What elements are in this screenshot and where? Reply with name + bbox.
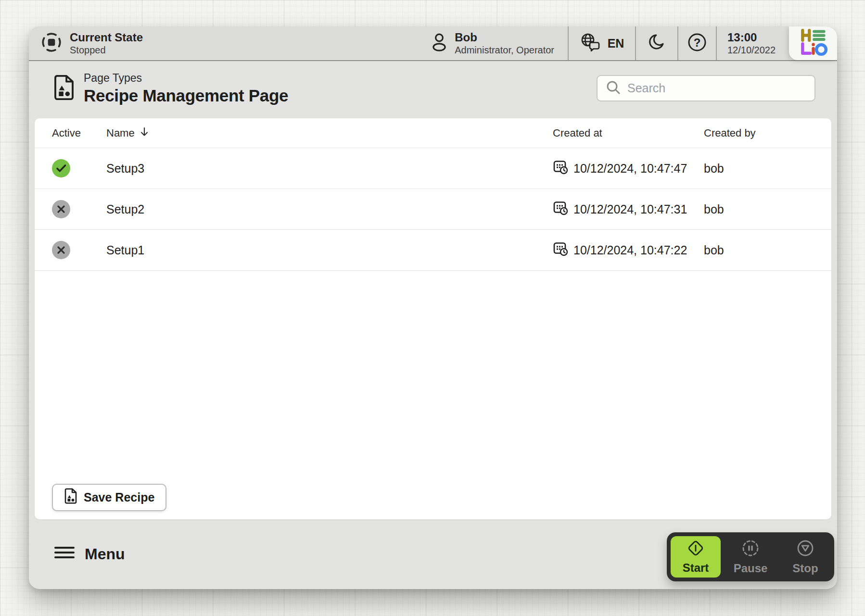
language-button[interactable]: EN [568, 26, 635, 60]
column-header-created-by[interactable]: Created by [704, 127, 831, 139]
active-status-toggle[interactable] [52, 200, 70, 218]
calendar-clock-icon [553, 241, 568, 259]
bottom-bar: Menu Start [29, 519, 837, 589]
stop-icon [796, 539, 815, 559]
created-by-value: bob [704, 243, 831, 257]
stopped-state-icon [40, 31, 63, 55]
brand-logo [789, 26, 837, 60]
pause-icon [741, 539, 760, 559]
user-name: Bob [455, 31, 554, 44]
user-icon [431, 33, 448, 54]
machine-state-indicator: Current State Stopped [29, 26, 143, 60]
help-icon: ? [687, 32, 707, 54]
save-recipe-icon [64, 488, 77, 507]
language-globe-icon [580, 32, 602, 54]
menu-button[interactable]: Menu [54, 545, 125, 564]
hamburger-icon [54, 545, 75, 564]
clock-display: 13:00 12/10/2022 [716, 26, 789, 60]
table-row[interactable]: Setup3 10/12/2024, 10:47:47 bob [35, 148, 831, 189]
created-by-value: bob [704, 162, 831, 176]
help-button[interactable]: ? [677, 26, 716, 60]
app-window: Current State Stopped Bob Administrator,… [29, 26, 837, 589]
calendar-clock-icon [553, 200, 568, 218]
search-box[interactable] [597, 75, 815, 101]
active-status-toggle[interactable] [52, 241, 70, 259]
created-at-value: 10/12/2024, 10:47:31 [573, 202, 687, 216]
stop-button[interactable]: Stop [780, 536, 830, 578]
column-header-name[interactable]: Name [106, 126, 553, 140]
language-code: EN [608, 37, 624, 50]
time-value: 13:00 [727, 31, 757, 44]
calendar-clock-icon [553, 159, 568, 177]
column-header-created-at[interactable]: Created at [553, 127, 704, 139]
machine-controls-panel: Start Pause [667, 532, 834, 581]
created-at-value: 10/12/2024, 10:47:22 [573, 243, 687, 257]
recipe-name: Setup3 [106, 162, 553, 176]
recipe-name: Setup1 [106, 243, 553, 257]
page-header: Page Types Recipe Management Page [29, 61, 837, 118]
created-at-value: 10/12/2024, 10:47:47 [573, 162, 687, 176]
recipe-table-card: Active Name Created at Created by [35, 118, 831, 519]
search-icon [606, 80, 621, 97]
start-icon [687, 539, 705, 559]
pause-button[interactable]: Pause [725, 536, 776, 578]
top-bar: Current State Stopped Bob Administrator,… [29, 26, 837, 61]
date-value: 12/10/2022 [727, 44, 776, 56]
search-input[interactable] [627, 81, 806, 95]
page-type-icon [53, 75, 75, 102]
sort-descending-icon [139, 126, 150, 140]
breadcrumb: Page Types [84, 72, 288, 85]
user-roles: Administrator, Operator [455, 44, 554, 56]
recipe-name: Setup2 [106, 202, 553, 216]
dark-mode-toggle[interactable] [635, 26, 677, 60]
table-row[interactable]: Setup2 10/12/2024, 10:47:31 bob [35, 189, 831, 230]
helo-logo-icon [798, 28, 828, 59]
active-status-toggle[interactable] [52, 159, 70, 177]
state-label: Current State [70, 31, 143, 44]
column-header-active[interactable]: Active [52, 127, 106, 139]
page-title: Recipe Management Page [84, 86, 288, 105]
moon-icon [647, 33, 666, 54]
table-row[interactable]: Setup1 10/12/2024, 10:47:22 bob [35, 230, 831, 271]
save-recipe-button[interactable]: Save Recipe [52, 484, 166, 511]
user-menu[interactable]: Bob Administrator, Operator [417, 26, 568, 60]
state-value: Stopped [70, 44, 143, 56]
created-by-value: bob [704, 202, 831, 216]
start-button[interactable]: Start [671, 536, 721, 578]
svg-text:?: ? [694, 36, 701, 49]
table-header-row: Active Name Created at Created by [35, 118, 831, 148]
